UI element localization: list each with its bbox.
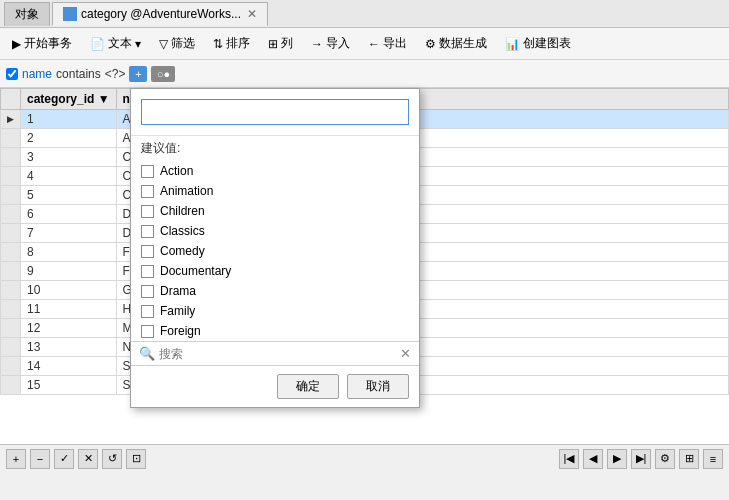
suggest-item[interactable]: Family <box>131 301 419 321</box>
filter-label: 筛选 <box>171 35 195 52</box>
filter-more-button[interactable]: ○● <box>151 66 175 82</box>
tab-db-icon <box>63 7 77 21</box>
suggest-item-label: Action <box>160 164 193 178</box>
tab-object[interactable]: 对象 <box>4 2 50 26</box>
sort-button[interactable]: ⇅ 排序 <box>205 31 258 57</box>
suggest-item[interactable]: Documentary <box>131 261 419 281</box>
dropdown-dialog: 建议值: Action Animation Children Classics … <box>130 88 420 408</box>
confirm-button[interactable]: 确定 <box>277 374 339 399</box>
filter-icon: ▽ <box>159 37 168 51</box>
suggest-item[interactable]: Classics <box>131 221 419 241</box>
filter-operator: contains <box>56 67 101 81</box>
toolbar: ▶ 开始事务 📄 文本 ▾ ▽ 筛选 ⇅ 排序 ⊞ 列 → 导入 ← 导出 ⚙ … <box>0 28 729 60</box>
suggest-item-label: Children <box>160 204 205 218</box>
filter-checkbox[interactable] <box>6 68 18 80</box>
filter-value: <?> <box>105 67 126 81</box>
import-button[interactable]: → 导入 <box>303 31 358 57</box>
search-icon: 🔍 <box>139 346 155 361</box>
suggest-label: 建议值: <box>131 136 419 161</box>
import-icon: → <box>311 37 323 51</box>
text-button[interactable]: 📄 文本 ▾ <box>82 31 149 57</box>
start-transaction-button[interactable]: ▶ 开始事务 <box>4 31 80 57</box>
dialog-input-area <box>131 89 419 136</box>
text-label: 文本 <box>108 35 132 52</box>
main-area: category_id ▼ name last_update name rema… <box>0 88 729 472</box>
suggest-item-checkbox[interactable] <box>141 245 154 258</box>
search-area: 🔍 ✕ <box>131 341 419 365</box>
suggest-item-checkbox[interactable] <box>141 185 154 198</box>
suggest-item-checkbox[interactable] <box>141 205 154 218</box>
play-icon: ▶ <box>12 37 21 51</box>
suggest-item-checkbox[interactable] <box>141 265 154 278</box>
start-transaction-label: 开始事务 <box>24 35 72 52</box>
import-label: 导入 <box>326 35 350 52</box>
data-gen-icon: ⚙ <box>425 37 436 51</box>
suggest-item[interactable]: Children <box>131 201 419 221</box>
suggest-item[interactable]: Foreign <box>131 321 419 341</box>
suggest-item-checkbox[interactable] <box>141 165 154 178</box>
export-icon: ← <box>368 37 380 51</box>
filter-bar: name contains <?> + ○● <box>0 60 729 88</box>
text-icon: 📄 <box>90 37 105 51</box>
suggest-item-label: Documentary <box>160 264 231 278</box>
filter-add-button[interactable]: + <box>129 66 147 82</box>
data-gen-button[interactable]: ⚙ 数据生成 <box>417 31 495 57</box>
suggest-item-checkbox[interactable] <box>141 225 154 238</box>
tab-category-label: category @AdventureWorks... <box>81 7 241 21</box>
suggest-item-checkbox[interactable] <box>141 325 154 338</box>
filter-button[interactable]: ▽ 筛选 <box>151 31 203 57</box>
search-clear-icon[interactable]: ✕ <box>400 346 411 361</box>
suggest-item[interactable]: Comedy <box>131 241 419 261</box>
suggest-item-label: Comedy <box>160 244 205 258</box>
columns-label: 列 <box>281 35 293 52</box>
suggest-item-checkbox[interactable] <box>141 285 154 298</box>
suggest-item-label: Drama <box>160 284 196 298</box>
create-chart-button[interactable]: 📊 创建图表 <box>497 31 579 57</box>
chart-icon: 📊 <box>505 37 520 51</box>
suggest-item[interactable]: Drama <box>131 281 419 301</box>
sort-icon: ⇅ <box>213 37 223 51</box>
suggest-item-label: Foreign <box>160 324 201 338</box>
suggest-list: Action Animation Children Classics Comed… <box>131 161 419 341</box>
suggest-item-checkbox[interactable] <box>141 305 154 318</box>
columns-icon: ⊞ <box>268 37 278 51</box>
suggest-item-label: Classics <box>160 224 205 238</box>
suggest-item-label: Animation <box>160 184 213 198</box>
data-gen-label: 数据生成 <box>439 35 487 52</box>
tab-category[interactable]: category @AdventureWorks... ✕ <box>52 2 268 26</box>
tab-close-icon[interactable]: ✕ <box>247 7 257 21</box>
dropdown-icon: ▾ <box>135 37 141 51</box>
export-label: 导出 <box>383 35 407 52</box>
suggest-item-label: Family <box>160 304 195 318</box>
dialog-text-input[interactable] <box>141 99 409 125</box>
tab-bar: 对象 category @AdventureWorks... ✕ <box>0 0 729 28</box>
suggest-item[interactable]: Animation <box>131 181 419 201</box>
tab-object-label: 对象 <box>15 6 39 23</box>
cancel-button[interactable]: 取消 <box>347 374 409 399</box>
sort-label: 排序 <box>226 35 250 52</box>
overlay: 建议值: Action Animation Children Classics … <box>0 88 729 472</box>
dialog-footer: 确定 取消 <box>131 365 419 407</box>
create-chart-label: 创建图表 <box>523 35 571 52</box>
filter-field: name <box>22 67 52 81</box>
columns-button[interactable]: ⊞ 列 <box>260 31 301 57</box>
export-button[interactable]: ← 导出 <box>360 31 415 57</box>
suggest-item[interactable]: Action <box>131 161 419 181</box>
search-input[interactable] <box>159 347 396 361</box>
